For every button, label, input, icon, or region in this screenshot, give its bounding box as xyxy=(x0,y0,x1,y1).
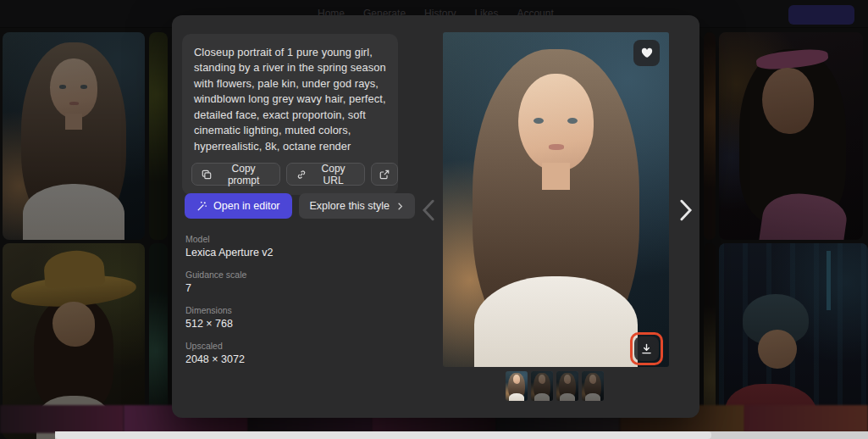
like-button[interactable] xyxy=(633,40,660,66)
magic-wand-icon xyxy=(196,201,207,212)
scrollbar-thumb[interactable] xyxy=(55,431,711,439)
metadata-item-guidance: Guidance scale 7 xyxy=(185,270,274,294)
metadata-value: 7 xyxy=(185,282,274,294)
prompt-actions: Copy prompt Copy URL xyxy=(191,163,398,186)
chevron-right-small-icon xyxy=(396,203,404,210)
chevron-left-icon xyxy=(422,199,435,221)
next-image-button[interactable] xyxy=(675,192,697,229)
heart-icon xyxy=(641,47,653,58)
metadata-label: Upscaled xyxy=(185,341,274,351)
explore-style-label: Explore this style xyxy=(310,200,390,212)
variant-thumbnail[interactable] xyxy=(531,371,553,401)
copy-icon xyxy=(202,169,212,180)
main-generated-image[interactable] xyxy=(443,32,669,367)
metadata-label: Guidance scale xyxy=(185,270,274,280)
variant-thumbnail[interactable] xyxy=(556,371,578,401)
metadata-value: 512 × 768 xyxy=(185,318,274,330)
primary-actions: Open in editor Explore this style xyxy=(185,193,415,219)
copy-url-button[interactable]: Copy URL xyxy=(286,163,365,186)
variant-thumbnails xyxy=(506,371,604,401)
variant-thumbnail-selected[interactable] xyxy=(506,371,528,401)
prompt-text: Closeup portrait of 1 pure young girl, s… xyxy=(194,45,386,154)
variant-thumbnail[interactable] xyxy=(582,371,604,401)
download-icon xyxy=(641,343,652,354)
download-button[interactable] xyxy=(634,336,659,361)
app-screen: Home Generate History Likes Account xyxy=(0,0,868,439)
image-detail-modal: Closeup portrait of 1 pure young girl, s… xyxy=(172,15,699,418)
copy-prompt-button[interactable]: Copy prompt xyxy=(191,163,280,186)
copy-url-label: Copy URL xyxy=(312,163,355,186)
download-button-highlight xyxy=(630,332,663,365)
metadata-item-upscaled: Upscaled 2048 × 3072 xyxy=(185,341,274,365)
metadata-value: Lexica Aperture v2 xyxy=(185,247,274,258)
chevron-right-icon xyxy=(679,199,693,221)
link-icon xyxy=(296,169,307,180)
metadata-value: 2048 × 3072 xyxy=(185,353,274,365)
metadata-item-dimensions: Dimensions 512 × 768 xyxy=(185,305,274,330)
external-link-icon xyxy=(379,169,390,180)
previous-image-button[interactable] xyxy=(417,192,440,229)
open-in-editor-label: Open in editor xyxy=(213,200,280,212)
open-in-editor-button[interactable]: Open in editor xyxy=(185,193,292,219)
portrait-image xyxy=(443,32,669,367)
metadata-item-model: Model Lexica Aperture v2 xyxy=(185,234,274,258)
prompt-box: Closeup portrait of 1 pure young girl, s… xyxy=(182,34,398,195)
metadata-label: Dimensions xyxy=(185,305,274,315)
metadata-label: Model xyxy=(185,234,274,244)
copy-prompt-label: Copy prompt xyxy=(217,163,270,186)
metadata-panel: Model Lexica Aperture v2 Guidance scale … xyxy=(185,234,274,365)
explore-style-button[interactable]: Explore this style xyxy=(299,193,415,219)
horizontal-scrollbar[interactable] xyxy=(55,431,868,439)
open-external-button[interactable] xyxy=(371,163,398,186)
